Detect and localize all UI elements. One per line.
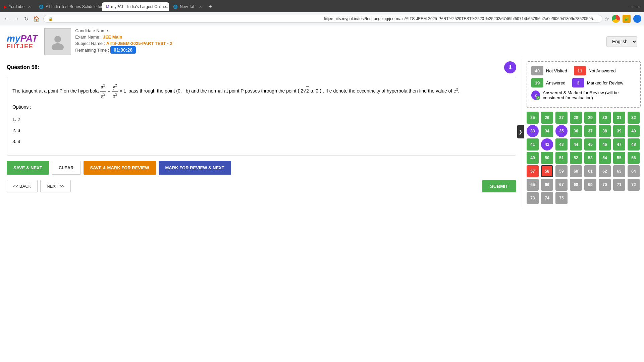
question-btn-30[interactable]: 30 [599, 112, 611, 124]
question-btn-61[interactable]: 61 [584, 165, 596, 177]
question-btn-36[interactable]: 36 [570, 125, 582, 137]
question-btn-68[interactable]: 68 [570, 179, 582, 191]
question-btn-28[interactable]: 28 [570, 112, 582, 124]
logo: myPAT FIITJEE [7, 34, 38, 49]
question-btn-26[interactable]: 26 [541, 112, 553, 124]
tab-newtab[interactable]: 🌐 New Tab ✕ [169, 2, 206, 11]
back-button[interactable]: << BACK [7, 180, 38, 192]
exam-name-value: JEE Main [103, 35, 122, 40]
question-btn-62[interactable]: 62 [599, 165, 611, 177]
mark-next-button[interactable]: MARK FOR REVIEW & NEXT [159, 161, 231, 175]
question-btn-42[interactable]: 42 [541, 138, 553, 150]
address-bar[interactable]: 🔒 fiitjee-aits.mypat.in/test/test-ongoin… [43, 15, 602, 23]
question-btn-29[interactable]: 29 [584, 112, 596, 124]
question-btn-25[interactable]: 25 [527, 112, 539, 124]
question-btn-47[interactable]: 47 [613, 138, 625, 150]
question-btn-41[interactable]: 41 [527, 138, 539, 150]
question-btn-75[interactable]: 75 [555, 192, 568, 204]
profile-icon[interactable]: 👤 [633, 15, 641, 23]
question-btn-45[interactable]: 45 [584, 138, 596, 150]
question-btn-57[interactable]: 57 [527, 165, 539, 177]
question-btn-37[interactable]: 37 [584, 125, 596, 137]
question-btn-38[interactable]: 38 [599, 125, 611, 137]
download-button[interactable]: ⬇ [504, 61, 516, 73]
question-btn-65[interactable]: 65 [527, 179, 539, 191]
question-btn-71[interactable]: 71 [613, 179, 625, 191]
minimize-button[interactable]: ─ [628, 4, 631, 9]
question-btn-60[interactable]: 60 [570, 165, 582, 177]
tab-youtube[interactable]: ▶ YouTube ✕ [0, 2, 35, 11]
question-btn-54[interactable]: 54 [599, 152, 611, 164]
option-3[interactable]: 3. 4 [12, 136, 511, 147]
question-btn-56[interactable]: 56 [628, 152, 640, 164]
close-window-button[interactable]: ✕ [637, 4, 641, 9]
tab-mypat[interactable]: M myPAT - India's Largest Online... ✕ [102, 2, 169, 11]
answered-marked-badge: 2 ✓ [531, 90, 540, 100]
question-btn-50[interactable]: 50 [541, 152, 553, 164]
option-1[interactable]: 1. 2 [12, 114, 511, 125]
question-btn-27[interactable]: 27 [555, 112, 568, 124]
question-grid: 2526272829303132333435363738394041424344… [527, 112, 641, 204]
language-selector[interactable]: English Hindi [606, 36, 637, 47]
logo-mypat-text: myPAT [7, 34, 38, 43]
clear-button[interactable]: CLEAR [52, 161, 81, 175]
not-visited-badge: 40 [531, 66, 543, 75]
new-tab-button[interactable]: + [206, 3, 215, 10]
option-3-value: 4 [18, 139, 20, 144]
back-browser-button[interactable]: ← [3, 14, 11, 23]
option-2-value: 3 [18, 128, 20, 133]
reload-button[interactable]: ↻ [23, 14, 30, 23]
candidate-name-row: Candidate Name : [75, 28, 172, 33]
question-header: Question 58: ⬇ [7, 61, 516, 73]
tab-close-youtube[interactable]: ✕ [28, 5, 31, 9]
question-btn-59[interactable]: 59 [555, 165, 568, 177]
question-btn-32[interactable]: 32 [628, 112, 640, 124]
exam-name-label: Exam Name : [75, 35, 102, 40]
question-btn-74[interactable]: 74 [541, 192, 553, 204]
tab-aits[interactable]: 🌐 All India Test Series Schdule for... ✕ [35, 2, 102, 11]
question-btn-67[interactable]: 67 [555, 179, 568, 191]
question-btn-69[interactable]: 69 [584, 179, 596, 191]
option-2[interactable]: 2. 3 [12, 125, 511, 136]
question-btn-55[interactable]: 55 [613, 152, 625, 164]
language-dropdown[interactable]: English Hindi [606, 36, 637, 47]
question-btn-70[interactable]: 70 [599, 179, 611, 191]
not-answered-badge: 11 [574, 66, 586, 75]
question-btn-39[interactable]: 39 [613, 125, 625, 137]
question-btn-53[interactable]: 53 [584, 152, 596, 164]
question-btn-40[interactable]: 40 [628, 125, 640, 137]
candidate-info: Candidate Name : Exam Name : JEE Main Su… [44, 28, 606, 55]
extensions-icon[interactable]: 🧩 [623, 15, 631, 23]
question-btn-44[interactable]: 44 [570, 138, 582, 150]
question-btn-34[interactable]: 34 [541, 125, 553, 137]
question-btn-73[interactable]: 73 [527, 192, 539, 204]
save-next-button[interactable]: SAVE & NEXT [7, 161, 49, 175]
question-btn-48[interactable]: 48 [628, 138, 640, 150]
sidebar-toggle[interactable]: ❯ [517, 125, 524, 138]
question-btn-63[interactable]: 63 [613, 165, 625, 177]
submit-button[interactable]: SUBMIT [482, 180, 516, 192]
question-btn-58[interactable]: 58 [541, 165, 553, 177]
question-btn-72[interactable]: 72 [628, 179, 640, 191]
question-btn-43[interactable]: 43 [555, 138, 568, 150]
star-icon[interactable]: ☆ [604, 16, 609, 22]
question-btn-52[interactable]: 52 [570, 152, 582, 164]
home-button[interactable]: 🏠 [32, 14, 41, 23]
main-layout: Question 58: ⬇ The tangent at a point P … [0, 58, 644, 207]
question-btn-35[interactable]: 35 [555, 125, 568, 137]
next-button[interactable]: NEXT >> [40, 180, 71, 192]
question-btn-49[interactable]: 49 [527, 152, 539, 164]
question-btn-51[interactable]: 51 [555, 152, 568, 164]
option-2-num: 2. [12, 128, 16, 133]
app-header: myPAT FIITJEE Candidate Name : Exam Name… [0, 25, 644, 58]
question-btn-31[interactable]: 31 [613, 112, 625, 124]
question-btn-33[interactable]: 33 [527, 125, 539, 137]
question-btn-66[interactable]: 66 [541, 179, 553, 191]
url-text: fiitjee-aits.mypat.in/test/test-ongoing/… [324, 16, 598, 21]
tab-close-newtab[interactable]: ✕ [199, 5, 202, 9]
save-mark-button[interactable]: SAVE & MARK FOR REVIEW [84, 161, 156, 175]
question-btn-64[interactable]: 64 [628, 165, 640, 177]
question-btn-46[interactable]: 46 [599, 138, 611, 150]
maximize-button[interactable]: □ [633, 4, 635, 9]
forward-browser-button[interactable]: → [13, 14, 21, 23]
